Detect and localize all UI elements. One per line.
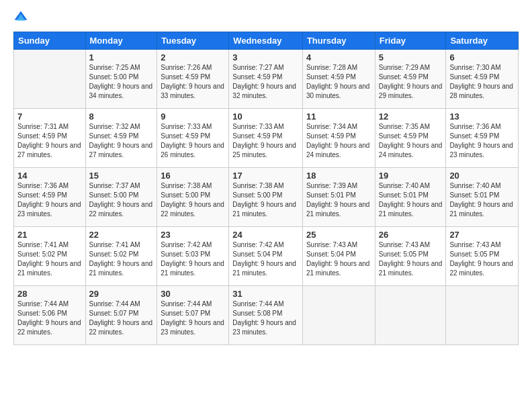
calendar-cell: 25Sunrise: 7:43 AMSunset: 5:04 PMDayligh… <box>302 227 375 286</box>
day-number: 1 <box>89 52 154 62</box>
logo <box>13 10 31 25</box>
day-number: 6 <box>449 52 515 62</box>
col-header-friday: Friday <box>375 32 446 50</box>
calendar-cell: 27Sunrise: 7:43 AMSunset: 5:05 PMDayligh… <box>446 227 519 286</box>
calendar-cell: 9Sunrise: 7:33 AMSunset: 4:59 PMDaylight… <box>157 109 229 168</box>
day-number: 22 <box>89 230 154 240</box>
day-number: 20 <box>449 171 515 181</box>
page: SundayMondayTuesdayWednesdayThursdayFrid… <box>0 0 532 411</box>
calendar-cell <box>302 286 375 345</box>
day-number: 16 <box>161 171 225 181</box>
day-info: Sunrise: 7:38 AMSunset: 5:00 PMDaylight:… <box>232 181 299 219</box>
col-header-monday: Monday <box>85 32 157 50</box>
day-number: 13 <box>449 111 515 122</box>
calendar-cell: 17Sunrise: 7:38 AMSunset: 5:00 PMDayligh… <box>229 168 303 227</box>
calendar-cell: 11Sunrise: 7:34 AMSunset: 4:59 PMDayligh… <box>302 109 375 168</box>
day-info: Sunrise: 7:34 AMSunset: 4:59 PMDaylight:… <box>306 122 371 160</box>
day-number: 25 <box>306 230 371 240</box>
day-number: 7 <box>17 111 82 122</box>
calendar-cell: 10Sunrise: 7:33 AMSunset: 4:59 PMDayligh… <box>229 109 303 168</box>
calendar-cell: 31Sunrise: 7:44 AMSunset: 5:08 PMDayligh… <box>229 286 303 345</box>
day-number: 27 <box>449 230 515 240</box>
calendar-week-row: 28Sunrise: 7:44 AMSunset: 5:06 PMDayligh… <box>14 286 519 345</box>
day-number: 9 <box>161 111 225 122</box>
day-info: Sunrise: 7:40 AMSunset: 5:01 PMDaylight:… <box>379 181 443 219</box>
calendar-cell: 29Sunrise: 7:44 AMSunset: 5:07 PMDayligh… <box>85 286 157 345</box>
day-info: Sunrise: 7:32 AMSunset: 4:59 PMDaylight:… <box>89 122 154 160</box>
day-info: Sunrise: 7:33 AMSunset: 4:59 PMDaylight:… <box>161 122 225 160</box>
day-info: Sunrise: 7:28 AMSunset: 4:59 PMDaylight:… <box>306 63 371 101</box>
calendar-cell: 14Sunrise: 7:36 AMSunset: 4:59 PMDayligh… <box>14 168 86 227</box>
calendar-cell: 1Sunrise: 7:25 AMSunset: 5:00 PMDaylight… <box>85 50 157 109</box>
day-number: 19 <box>379 171 443 181</box>
calendar-cell: 16Sunrise: 7:38 AMSunset: 5:00 PMDayligh… <box>157 168 229 227</box>
day-info: Sunrise: 7:43 AMSunset: 5:04 PMDaylight:… <box>306 240 371 278</box>
day-info: Sunrise: 7:30 AMSunset: 4:59 PMDaylight:… <box>449 63 515 101</box>
calendar-cell: 7Sunrise: 7:31 AMSunset: 4:59 PMDaylight… <box>14 109 86 168</box>
day-number: 14 <box>17 171 82 181</box>
day-info: Sunrise: 7:44 AMSunset: 5:06 PMDaylight:… <box>17 300 82 337</box>
calendar-cell <box>446 286 519 345</box>
day-info: Sunrise: 7:33 AMSunset: 4:59 PMDaylight:… <box>232 122 299 160</box>
calendar-cell <box>375 286 446 345</box>
calendar-cell: 26Sunrise: 7:43 AMSunset: 5:05 PMDayligh… <box>375 227 446 286</box>
calendar-cell: 30Sunrise: 7:44 AMSunset: 5:07 PMDayligh… <box>157 286 229 345</box>
calendar-cell: 8Sunrise: 7:32 AMSunset: 4:59 PMDaylight… <box>85 109 157 168</box>
calendar-cell: 12Sunrise: 7:35 AMSunset: 4:59 PMDayligh… <box>375 109 446 168</box>
day-number: 24 <box>232 230 299 240</box>
col-header-wednesday: Wednesday <box>229 32 303 50</box>
calendar-week-row: 21Sunrise: 7:41 AMSunset: 5:02 PMDayligh… <box>14 227 519 286</box>
day-number: 5 <box>379 52 443 62</box>
day-info: Sunrise: 7:27 AMSunset: 4:59 PMDaylight:… <box>232 63 299 101</box>
col-header-sunday: Sunday <box>14 32 86 50</box>
calendar-cell: 15Sunrise: 7:37 AMSunset: 5:00 PMDayligh… <box>85 168 157 227</box>
day-number: 30 <box>161 289 225 299</box>
day-number: 18 <box>306 171 371 181</box>
day-number: 10 <box>232 111 299 122</box>
day-info: Sunrise: 7:29 AMSunset: 4:59 PMDaylight:… <box>379 63 443 101</box>
col-header-saturday: Saturday <box>446 32 519 50</box>
calendar-cell: 24Sunrise: 7:42 AMSunset: 5:04 PMDayligh… <box>229 227 303 286</box>
day-number: 8 <box>89 111 154 122</box>
day-info: Sunrise: 7:43 AMSunset: 5:05 PMDaylight:… <box>449 240 515 278</box>
day-info: Sunrise: 7:25 AMSunset: 5:00 PMDaylight:… <box>89 63 154 101</box>
day-info: Sunrise: 7:40 AMSunset: 5:01 PMDaylight:… <box>449 181 515 219</box>
calendar-cell: 18Sunrise: 7:39 AMSunset: 5:01 PMDayligh… <box>302 168 375 227</box>
day-number: 26 <box>379 230 443 240</box>
day-info: Sunrise: 7:44 AMSunset: 5:07 PMDaylight:… <box>89 300 154 337</box>
day-number: 23 <box>161 230 225 240</box>
day-number: 15 <box>89 171 154 181</box>
day-info: Sunrise: 7:44 AMSunset: 5:08 PMDaylight:… <box>232 300 299 337</box>
day-number: 29 <box>89 289 154 299</box>
logo-icon <box>13 10 28 25</box>
day-number: 31 <box>232 289 299 299</box>
day-info: Sunrise: 7:42 AMSunset: 5:03 PMDaylight:… <box>161 240 225 278</box>
calendar-cell: 3Sunrise: 7:27 AMSunset: 4:59 PMDaylight… <box>229 50 303 109</box>
day-info: Sunrise: 7:36 AMSunset: 4:59 PMDaylight:… <box>449 122 515 160</box>
calendar-cell: 5Sunrise: 7:29 AMSunset: 4:59 PMDaylight… <box>375 50 446 109</box>
calendar-cell: 22Sunrise: 7:41 AMSunset: 5:02 PMDayligh… <box>85 227 157 286</box>
day-info: Sunrise: 7:44 AMSunset: 5:07 PMDaylight:… <box>161 300 225 337</box>
day-number: 3 <box>232 52 299 62</box>
day-number: 28 <box>17 289 82 299</box>
calendar-cell: 21Sunrise: 7:41 AMSunset: 5:02 PMDayligh… <box>14 227 86 286</box>
day-info: Sunrise: 7:37 AMSunset: 5:00 PMDaylight:… <box>89 181 154 219</box>
calendar-cell: 23Sunrise: 7:42 AMSunset: 5:03 PMDayligh… <box>157 227 229 286</box>
calendar-cell: 20Sunrise: 7:40 AMSunset: 5:01 PMDayligh… <box>446 168 519 227</box>
day-info: Sunrise: 7:41 AMSunset: 5:02 PMDaylight:… <box>89 240 154 278</box>
day-info: Sunrise: 7:42 AMSunset: 5:04 PMDaylight:… <box>232 240 299 278</box>
calendar-week-row: 7Sunrise: 7:31 AMSunset: 4:59 PMDaylight… <box>14 109 519 168</box>
header <box>13 10 519 25</box>
calendar-cell <box>14 50 86 109</box>
calendar-table: SundayMondayTuesdayWednesdayThursdayFrid… <box>13 32 519 345</box>
day-number: 11 <box>306 111 371 122</box>
calendar-cell: 28Sunrise: 7:44 AMSunset: 5:06 PMDayligh… <box>14 286 86 345</box>
day-info: Sunrise: 7:31 AMSunset: 4:59 PMDaylight:… <box>17 122 82 160</box>
calendar-week-row: 1Sunrise: 7:25 AMSunset: 5:00 PMDaylight… <box>14 50 519 109</box>
day-info: Sunrise: 7:35 AMSunset: 4:59 PMDaylight:… <box>379 122 443 160</box>
calendar-week-row: 14Sunrise: 7:36 AMSunset: 4:59 PMDayligh… <box>14 168 519 227</box>
calendar-cell: 2Sunrise: 7:26 AMSunset: 4:59 PMDaylight… <box>157 50 229 109</box>
day-info: Sunrise: 7:41 AMSunset: 5:02 PMDaylight:… <box>17 240 82 278</box>
day-info: Sunrise: 7:43 AMSunset: 5:05 PMDaylight:… <box>379 240 443 278</box>
day-info: Sunrise: 7:36 AMSunset: 4:59 PMDaylight:… <box>17 181 82 219</box>
